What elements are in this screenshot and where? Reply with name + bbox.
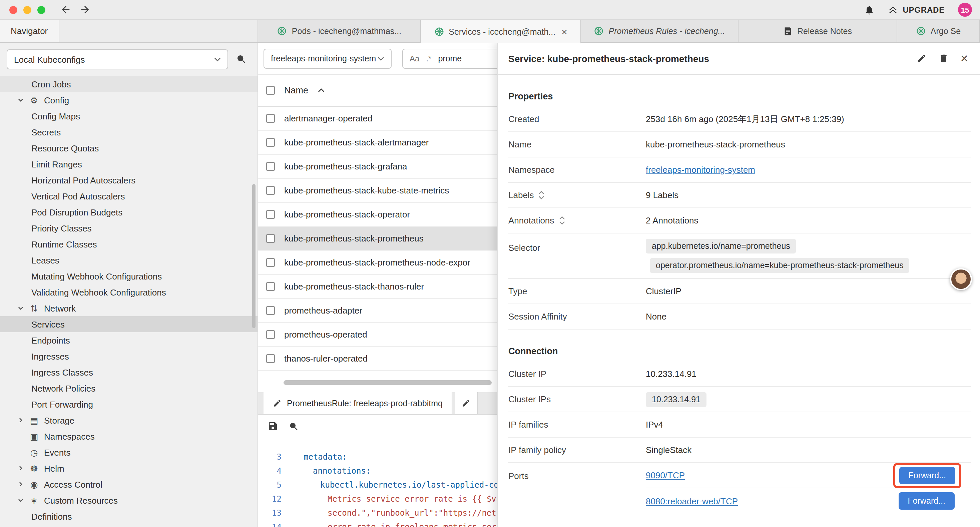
property-row-selector: Selector app.kubernetes.io/name=promethe… — [508, 234, 970, 279]
property-row-labels: Labels 9 Labels — [508, 183, 970, 208]
tab-prometheus-rules[interactable]: Prometheus Rules - icecheng... — [581, 20, 738, 42]
sidebar-group-custom-resources[interactable]: ∗ Custom Resources — [0, 492, 258, 508]
sidebar-item-leases[interactable]: Leases — [0, 252, 258, 268]
select-all-checkbox[interactable] — [266, 86, 275, 95]
namespace-link[interactable]: freeleaps-monitoring-system — [646, 165, 755, 175]
namespace-filter-select[interactable]: freeleaps-monitoring-system — [264, 48, 391, 68]
row-checkbox[interactable] — [266, 354, 275, 363]
port-link-8080[interactable]: 8080:reloader-web/TCP — [646, 496, 738, 506]
minimize-window-button[interactable] — [23, 6, 31, 14]
forward-button[interactable]: Forward... — [899, 466, 955, 484]
row-checkbox[interactable] — [266, 282, 275, 291]
user-avatar[interactable] — [950, 268, 972, 290]
property-label: Namespace — [508, 165, 646, 175]
close-tab-icon[interactable]: × — [562, 27, 567, 37]
sidebar-item-cron-jobs[interactable]: Cron Jobs — [0, 76, 258, 92]
property-value: ClusterIP — [646, 286, 681, 296]
sidebar-item-priority-classes[interactable]: Priority Classes — [0, 220, 258, 236]
sidebar-item-services[interactable]: Services — [0, 316, 258, 332]
sidebar-item-port-forwarding[interactable]: Port Forwarding — [0, 396, 258, 412]
row-checkbox[interactable] — [266, 306, 275, 315]
chevron-down-icon — [18, 97, 24, 103]
chevron-right-icon — [18, 481, 24, 488]
row-checkbox[interactable] — [266, 162, 275, 171]
close-panel-icon[interactable]: × — [961, 51, 968, 66]
properties-heading: Properties — [508, 87, 980, 107]
row-checkbox[interactable] — [266, 210, 275, 219]
row-checkbox[interactable] — [266, 234, 275, 243]
upgrade-label: UPGRADE — [903, 5, 945, 14]
sidebar-group-helm[interactable]: ☸ Helm — [0, 460, 258, 476]
sidebar-item-endpoints[interactable]: Endpoints — [0, 332, 258, 348]
selector-badge: operator.prometheus.io/name=kube-prometh… — [650, 258, 910, 273]
tab-services[interactable]: Services - icecheng@math... × — [421, 20, 581, 43]
back-arrow-icon[interactable] — [60, 4, 72, 15]
expand-collapse-icon[interactable] — [539, 191, 545, 199]
selector-badge: app.kubernetes.io/name=prometheus — [646, 239, 796, 253]
row-checkbox[interactable] — [266, 330, 275, 339]
row-checkbox[interactable] — [266, 258, 275, 267]
helm-wheel-icon: ☸ — [29, 464, 39, 473]
sidebar-scrollbar[interactable] — [252, 184, 256, 328]
search-icon[interactable] — [236, 54, 247, 65]
property-label: IP families — [508, 420, 646, 430]
match-case-toggle[interactable]: Aa — [410, 54, 419, 63]
sidebar-item-pod-disruption-budgets[interactable]: Pod Disruption Budgets — [0, 204, 258, 220]
sort-ascending-icon[interactable] — [318, 88, 325, 93]
sidebar-item-ingress-classes[interactable]: Ingress Classes — [0, 364, 258, 380]
sidebar-group-access-control[interactable]: ◉ Access Control — [0, 476, 258, 492]
port-line-8080: 8080:reloader-web/TCP Forward... — [646, 488, 970, 514]
sidebar-item-limit-ranges[interactable]: Limit Ranges — [0, 156, 258, 172]
forward-arrow-icon[interactable] — [80, 4, 91, 15]
regex-toggle[interactable]: .* — [426, 54, 431, 63]
zoom-window-button[interactable] — [37, 6, 45, 14]
sidebar-item-validating-webhook-configurations[interactable]: Validating Webhook Configurations — [0, 284, 258, 300]
notification-count-badge[interactable]: 15 — [958, 3, 972, 17]
upgrade-button[interactable]: UPGRADE — [888, 5, 945, 15]
sidebar-group-config[interactable]: ⚙ Config — [0, 92, 258, 108]
sidebar-item-resource-quotas[interactable]: Resource Quotas — [0, 140, 258, 156]
sidebar-item-config-maps[interactable]: Config Maps — [0, 108, 258, 124]
property-value: kube-prometheus-stack-prometheus — [646, 139, 785, 150]
kubernetes-icon — [916, 26, 926, 36]
tab-argo[interactable]: Argo Se — [897, 20, 980, 42]
row-checkbox[interactable] — [266, 114, 275, 123]
tab-release-notes[interactable]: Release Notes — [738, 20, 897, 42]
expand-collapse-icon[interactable] — [559, 216, 565, 225]
sidebar-group-storage[interactable]: ▤ Storage — [0, 412, 258, 428]
name-column-header[interactable]: Name — [284, 85, 308, 96]
sidebar-item-vertical-pod-autoscalers[interactable]: Vertical Pod Autoscalers — [0, 188, 258, 204]
delete-trash-icon[interactable] — [939, 53, 949, 64]
sidebar-item-runtime-classes[interactable]: Runtime Classes — [0, 236, 258, 252]
notifications-bell-icon[interactable] — [864, 4, 875, 15]
editor-search-icon[interactable] — [289, 421, 299, 431]
tab-pods[interactable]: Pods - icecheng@mathmas... — [258, 20, 421, 42]
chevron-down-icon — [18, 305, 24, 312]
sidebar-item-events[interactable]: ◷ Events — [0, 444, 258, 460]
horizontal-scrollbar[interactable] — [283, 380, 492, 385]
line-number: 14 — [258, 522, 288, 527]
sidebar-item-ingresses[interactable]: Ingresses — [0, 348, 258, 364]
edit-pencil-icon[interactable] — [916, 53, 927, 64]
sidebar-group-network[interactable]: ⇅ Network — [0, 300, 258, 316]
tab-label: Release Notes — [797, 26, 852, 36]
sidebar-item-definitions[interactable]: Definitions — [0, 508, 258, 524]
port-link-9090[interactable]: 9090/TCP — [646, 470, 685, 480]
sidebar-item-horizontal-pod-autoscalers[interactable]: Horizontal Pod Autoscalers — [0, 172, 258, 188]
sidebar-item-secrets[interactable]: Secrets — [0, 124, 258, 140]
dock-tab-partial[interactable] — [455, 392, 478, 414]
dock-tab-prometheusrule[interactable]: PrometheusRule: freeleaps-prod-rabbitmq — [264, 392, 453, 414]
forward-button[interactable]: Forward... — [898, 492, 955, 509]
row-checkbox[interactable] — [266, 138, 275, 147]
sidebar-item-mutating-webhook-configurations[interactable]: Mutating Webhook Configurations — [0, 268, 258, 284]
save-icon[interactable] — [267, 421, 278, 431]
row-checkbox[interactable] — [266, 186, 275, 195]
close-window-button[interactable] — [10, 6, 18, 14]
navigator-tab[interactable]: Navigator — [0, 20, 59, 42]
property-value: 2 Annotations — [646, 215, 698, 226]
sidebar-item-network-policies[interactable]: Network Policies — [0, 380, 258, 396]
kubeconfig-selector[interactable]: Local Kubeconfigs — [7, 49, 228, 69]
sidebar-item-namespaces[interactable]: ▣ Namespaces — [0, 428, 258, 444]
property-row-session-affinity: Session Affinity None — [508, 304, 970, 330]
chevron-down-icon — [18, 497, 24, 504]
